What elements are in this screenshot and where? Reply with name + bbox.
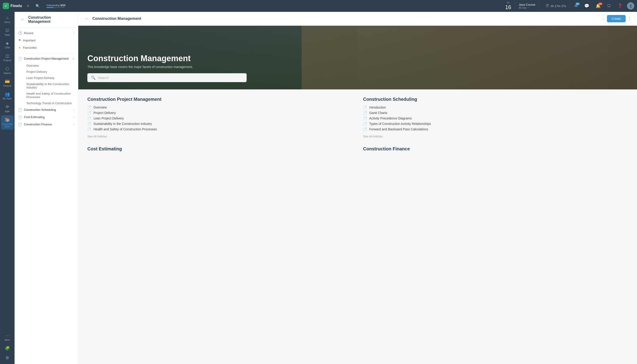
back-button[interactable]: ←: [20, 16, 26, 22]
sidebar-item-recent[interactable]: 🕐 Recent ›: [14, 29, 78, 37]
notifications-button[interactable]: 🔔 99: [594, 2, 602, 9]
kb-article-activity-relationships[interactable]: 📄 Types of Construction Activity Relatio…: [363, 122, 628, 126]
sidebar-sub-item-technology[interactable]: Technology Trends in Construction: [23, 100, 78, 106]
sidebar-item-spaces[interactable]: ⬡ Spaces: [1, 64, 14, 76]
crm-icon: ◈: [6, 41, 9, 46]
day-num: 16: [505, 4, 511, 10]
recent-chevron: ›: [74, 32, 74, 34]
hero-search-input[interactable]: [98, 76, 243, 80]
help-button[interactable]: ❓: [616, 2, 624, 9]
kb-article-gantt-charts[interactable]: 📄 Gantt Charts: [363, 111, 628, 115]
sidebar-item-projects-label: Projects: [3, 59, 12, 62]
kb-article-overview[interactable]: 📄 Overview: [87, 106, 352, 109]
sidebar-sub-item-project-delivery[interactable]: Project Delivery: [23, 69, 78, 75]
sidebar-sub-item-health-safety[interactable]: Health and Safety of Construction Proces…: [23, 90, 78, 100]
agile-icon: ⟳: [6, 104, 9, 110]
important-icon: ⚑: [18, 38, 21, 42]
content-area: ← Construction Management ☆ Create ⋮ Con…: [78, 12, 637, 364]
add-button[interactable]: +: [25, 2, 31, 10]
article-icon: 📄: [87, 128, 91, 131]
kb-article-introduction-link: Introduction: [369, 106, 386, 109]
sidebar-item-crm-label: CRM: [5, 46, 10, 49]
more-options-button[interactable]: ⋮: [628, 16, 632, 21]
sidebar-section-finance[interactable]: 📄 Construction Finance ›: [14, 121, 78, 128]
sidebar-item-plugins[interactable]: 🧩: [1, 344, 14, 352]
kb-article-lean-project-delivery[interactable]: 📄 Lean Project Delivery: [87, 116, 352, 120]
sidebar-section-cost-estimating[interactable]: 📄 Cost Estimating ›: [14, 114, 78, 121]
more-icon: ⋯: [5, 333, 9, 338]
content-back-button[interactable]: ←: [84, 16, 90, 22]
hero-title: Construction Management: [87, 54, 628, 63]
projects-icon: ◫: [6, 54, 9, 58]
kb-article-health-safety[interactable]: 📄 Health and Safety of Construction Proc…: [87, 128, 352, 131]
sidebar-sub-item-lean-project-delivery[interactable]: Lean Project Delivery: [23, 75, 78, 81]
sidebar: ← Construction Management 🕐 Recent › ⚑ I…: [14, 12, 78, 364]
page-title: Construction Management: [28, 16, 72, 24]
plugins-icon: 🧩: [5, 346, 10, 351]
sidebar-item-favourites[interactable]: ★ Favourites: [14, 44, 78, 51]
finance-icon: 💳: [5, 79, 10, 84]
sidebar-sub-item-sustainability[interactable]: Sustainability in the Construction Indus…: [23, 81, 78, 90]
sidebar-item-finance[interactable]: 💳 Finance: [1, 77, 14, 89]
kb-cpm-article-list: 📄 Overview 📄 Project Delivery 📄 Lean Pro…: [87, 106, 352, 131]
chat-icon: 💬: [584, 4, 589, 8]
sidebar-item-crm[interactable]: ◈ CRM: [1, 39, 14, 51]
message-icon: 🗨: [607, 4, 611, 8]
finance-section-icon: 📄: [18, 122, 22, 126]
sidebar-item-important[interactable]: ⚑ Important: [14, 37, 78, 44]
left-nav: ⌂ Home ☑ Tasks ◈ CRM ◫ Projects ⬡ Spaces…: [0, 12, 14, 364]
content-header-bar: ← Construction Management ☆ Create ⋮: [78, 12, 637, 26]
sidebar-item-more[interactable]: ⋯ More: [1, 331, 14, 343]
sidebar-item-more-label: More: [5, 339, 10, 341]
home-icon: ⌂: [6, 16, 9, 20]
sidebar-item-knowledge-base[interactable]: 📚 Knowledge Base: [1, 115, 14, 130]
sidebar-item-projects[interactable]: ◫ Projects: [1, 52, 14, 64]
logo-icon: ✓: [3, 3, 9, 9]
scheduling-chevron: ›: [74, 108, 74, 112]
sidebar-item-agile-label: Agile: [5, 110, 10, 112]
kb-article-introduction[interactable]: 📄 Introduction: [363, 106, 628, 109]
user-avatar[interactable]: 👤: [627, 2, 634, 10]
kb-article-project-delivery-link: Project Delivery: [94, 111, 116, 115]
kb-article-forward-backward-link: Forward and Backward Pass Calculations: [369, 128, 428, 131]
favourites-icon: ★: [18, 46, 21, 49]
kb-article-sustainability-link: Sustainability in the Construction Indus…: [94, 122, 152, 126]
sidebar-item-tasks[interactable]: ☑ Tasks: [1, 26, 14, 38]
sidebar-item-my-team[interactable]: 👥 My Team: [1, 90, 14, 102]
cpm-see-all[interactable]: See All Articles: [87, 134, 352, 139]
sidebar-section-scheduling[interactable]: 📄 Construction Scheduling ›: [14, 106, 78, 114]
day-abbr: Fri: [507, 2, 510, 4]
sidebar-item-my-team-label: My Team: [3, 97, 12, 100]
kb-article-sustainability[interactable]: 📄 Sustainability in the Construction Ind…: [87, 122, 352, 126]
kb-article-activity-relationships-link: Types of Construction Activity Relations…: [369, 122, 431, 126]
messages-button[interactable]: 🗨: [605, 3, 613, 9]
kb-article-activity-precedence[interactable]: 📄 Activity Precedence Diagrams: [363, 116, 628, 120]
sidebar-item-agile[interactable]: ⟳ Agile: [1, 102, 14, 114]
kb-article-project-delivery[interactable]: 📄 Project Delivery: [87, 111, 352, 115]
mail-button[interactable]: ✉ 52: [572, 2, 580, 9]
kb-section-construction-finance-title: Construction Finance: [363, 146, 628, 152]
chat-button[interactable]: 💬: [582, 2, 591, 9]
settings-icon: ⚙: [6, 355, 9, 360]
event-add[interactable]: +: [528, 6, 529, 9]
kb-article-overview-link: Overview: [94, 106, 107, 109]
hero-content: Construction Management This knowledge b…: [87, 54, 628, 82]
scheduling-see-all[interactable]: See All Articles: [363, 134, 628, 139]
kb-section-cpm: Construction Project Management 📄 Overvi…: [87, 97, 352, 139]
star-button[interactable]: ☆: [602, 16, 605, 21]
sidebar-item-home[interactable]: ⌂ Home: [1, 14, 14, 25]
search-button[interactable]: 🔍: [34, 3, 42, 9]
onboarding-progress-fill: [46, 7, 53, 8]
recent-icon: 🕐: [18, 31, 22, 35]
sidebar-section-cpm-label: Construction Project Management: [24, 57, 69, 61]
create-button[interactable]: Create: [607, 15, 626, 22]
article-icon: 📄: [87, 106, 91, 109]
timer-section: ⏱ 2h 17m 27s: [542, 4, 570, 8]
cost-estimating-chevron: ›: [74, 116, 74, 119]
sidebar-item-settings[interactable]: ⚙: [1, 354, 14, 362]
sidebar-sub-item-overview[interactable]: Overview: [23, 62, 78, 69]
kb-article-forward-backward[interactable]: 📄 Forward and Backward Pass Calculations: [363, 128, 628, 131]
kb-section-cost-estimating-title: Cost Estimating: [87, 146, 352, 152]
sidebar-section-cpm[interactable]: 📄 Construction Project Management ∨: [14, 55, 78, 62]
article-icon: 📄: [87, 111, 91, 115]
